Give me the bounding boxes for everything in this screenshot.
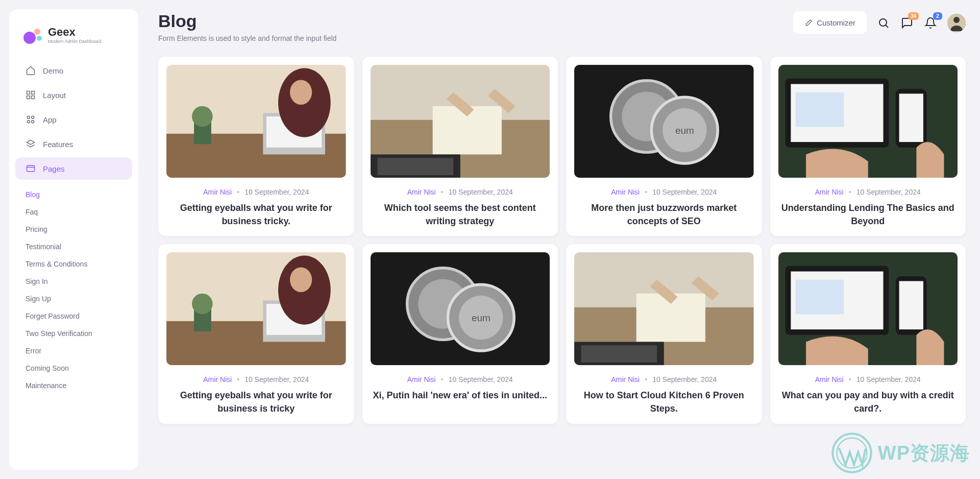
subnav-signup[interactable]: Sign Up — [26, 290, 132, 307]
blog-card[interactable]: eum Amir Nisi • 10 September, 2024 More … — [566, 57, 762, 236]
blog-card[interactable]: Amir Nisi • 10 September, 2024 Which too… — [362, 57, 558, 236]
blog-card[interactable]: Amir Nisi • 10 September, 2024 Getting e… — [158, 57, 354, 236]
blog-meta: Amir Nisi • 10 September, 2024 — [166, 375, 346, 384]
blog-title: Understanding Lending The Basics and Bey… — [778, 201, 958, 228]
blog-meta: Amir Nisi • 10 September, 2024 — [574, 375, 754, 384]
topbar: Blog Form Elements is used to style and … — [158, 11, 966, 42]
chat-button[interactable]: 34 — [900, 16, 914, 30]
blog-date: 10 September, 2024 — [244, 188, 309, 196]
page-title: Blog — [158, 11, 336, 31]
blog-meta: Amir Nisi • 10 September, 2024 — [778, 375, 958, 384]
customizer-label: Customizer — [817, 18, 855, 27]
subnav-testimonial[interactable]: Testimonial — [26, 238, 132, 255]
sidebar-item-app[interactable]: App — [15, 108, 132, 131]
blog-title: Getting eyeballs what you write for busi… — [166, 389, 346, 415]
chat-badge: 34 — [908, 12, 919, 20]
separator-dot: • — [849, 375, 851, 384]
svg-rect-44 — [899, 93, 923, 142]
blog-title: What can you pay and buy with a credit c… — [778, 389, 958, 415]
notifications-button[interactable]: 2 — [924, 16, 937, 30]
svg-point-0 — [23, 32, 36, 44]
blog-title: How to Start Cloud Kitchen 6 Proven Step… — [574, 389, 754, 415]
home-icon — [26, 65, 36, 76]
brand-title: Geex — [48, 26, 102, 39]
svg-rect-30 — [377, 158, 453, 175]
blog-meta: Amir Nisi • 10 September, 2024 — [574, 188, 754, 196]
title-block: Blog Form Elements is used to style and … — [158, 11, 336, 42]
page-subtitle: Form Elements is used to style and forma… — [158, 34, 336, 42]
blog-thumbnail — [574, 252, 754, 365]
blog-card[interactable]: Amir Nisi • 10 September, 2024 Getting e… — [158, 244, 354, 423]
avatar-icon — [947, 14, 966, 32]
blog-title: More then just buzzwords market concepts… — [574, 201, 754, 228]
blog-meta: Amir Nisi • 10 September, 2024 — [166, 188, 346, 196]
main-nav: Demo Layout App Features Pages Blog Faq … — [15, 59, 132, 394]
blog-author: Amir Nisi — [407, 188, 436, 196]
blog-date: 10 September, 2024 — [449, 188, 513, 196]
sidebar: Geex Modern Admin Dashboard Demo Layout … — [9, 9, 138, 438]
subnav-terms[interactable]: Terms & Conditions — [26, 255, 132, 273]
sidebar-item-label: App — [43, 115, 57, 124]
blog-card[interactable]: Amir Nisi • 10 September, 2024 How to St… — [566, 244, 762, 423]
blog-author: Amir Nisi — [611, 375, 640, 384]
svg-rect-42 — [795, 92, 844, 127]
blog-author: Amir Nisi — [611, 188, 640, 196]
customizer-button[interactable]: Customizer — [793, 11, 867, 34]
blog-grid: Amir Nisi • 10 September, 2024 Getting e… — [158, 57, 966, 424]
svg-point-1 — [34, 29, 40, 35]
blog-author: Amir Nisi — [815, 188, 844, 196]
subnav-faq[interactable]: Faq — [26, 203, 132, 221]
sidebar-item-pages[interactable]: Pages — [15, 157, 132, 180]
svg-rect-12 — [27, 165, 35, 172]
svg-line-15 — [886, 25, 888, 28]
subnav-forget-password[interactable]: Forget Password — [26, 307, 132, 325]
user-avatar[interactable] — [947, 14, 966, 32]
separator-dot: • — [441, 188, 444, 196]
svg-point-52 — [192, 294, 213, 315]
separator-dot: • — [237, 375, 239, 384]
layout-icon — [26, 90, 36, 100]
sidebar-item-features[interactable]: Features — [15, 133, 132, 155]
subnav-maintenance[interactable]: Maintenance — [26, 377, 132, 394]
search-button[interactable] — [877, 16, 890, 30]
svg-text:eum: eum — [471, 313, 490, 323]
sidebar-item-demo[interactable]: Demo — [15, 59, 132, 82]
blog-thumbnail — [371, 65, 550, 178]
svg-point-25 — [192, 106, 213, 127]
subnav-two-step[interactable]: Two Step Verification — [26, 325, 132, 342]
svg-marker-11 — [27, 140, 35, 145]
blog-date: 10 September, 2024 — [244, 375, 309, 384]
subnav-coming-soon[interactable]: Coming Soon — [26, 360, 132, 377]
pages-subnav: Blog Faq Pricing Testimonial Terms & Con… — [15, 182, 132, 394]
sidebar-item-label: Features — [43, 140, 73, 149]
separator-dot: • — [849, 188, 851, 196]
blog-card[interactable]: eum Amir Nisi • 10 September, 2024 Xi, P… — [362, 244, 558, 423]
logo[interactable]: Geex Modern Admin Dashboard — [15, 25, 132, 59]
search-icon — [877, 17, 890, 29]
top-actions: Customizer 34 2 — [793, 11, 966, 34]
blog-thumbnail: eum — [574, 65, 754, 178]
separator-dot: • — [645, 188, 647, 196]
subnav-blog[interactable]: Blog — [26, 186, 132, 203]
svg-point-10 — [32, 121, 34, 123]
pencil-icon — [804, 19, 813, 27]
pages-icon — [26, 163, 36, 174]
subnav-signin[interactable]: Sign In — [26, 273, 132, 290]
svg-point-14 — [879, 19, 887, 26]
svg-rect-5 — [27, 96, 30, 99]
blog-date: 10 September, 2024 — [652, 375, 717, 384]
blog-author: Amir Nisi — [815, 375, 844, 384]
blog-date: 10 September, 2024 — [449, 375, 513, 384]
svg-rect-65 — [581, 345, 657, 363]
blog-thumbnail — [778, 65, 958, 178]
subnav-pricing[interactable]: Pricing — [26, 221, 132, 238]
subnav-error[interactable]: Error — [26, 342, 132, 360]
blog-meta: Amir Nisi • 10 September, 2024 — [371, 188, 550, 196]
svg-point-23 — [290, 80, 312, 105]
blog-date: 10 September, 2024 — [856, 188, 921, 196]
blog-card[interactable]: Amir Nisi • 10 September, 2024 What can … — [770, 244, 966, 423]
svg-rect-3 — [27, 91, 30, 94]
sidebar-item-layout[interactable]: Layout — [15, 84, 132, 106]
blog-card[interactable]: Amir Nisi • 10 September, 2024 Understan… — [770, 57, 966, 236]
blog-date: 10 September, 2024 — [856, 375, 921, 384]
